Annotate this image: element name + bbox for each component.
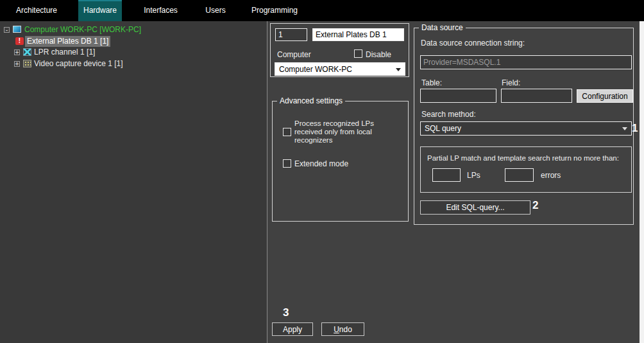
tree-item-label[interactable]: External Plates DB 1 [1] (25, 36, 110, 47)
device-tree-panel: - Computer WORK-PC [WORK-PC] ! External … (0, 21, 267, 343)
computer-select-value: Computer WORK-PC (279, 65, 352, 74)
data-source-groupbox: Data source Data source connection strin… (414, 28, 634, 225)
search-method-value: SQL query (425, 124, 461, 133)
lpr-channel-icon (23, 48, 31, 56)
tree-item-label[interactable]: Video capture device 1 [1] (34, 58, 123, 69)
process-recognized-lps-label: Process recognized LPs received only fro… (294, 119, 397, 145)
top-tab-bar: Architecture Hardware Interfaces Users P… (0, 0, 644, 21)
errors-label: errors (541, 171, 561, 180)
tab-users[interactable]: Users (196, 0, 235, 21)
disable-checkbox[interactable] (354, 49, 362, 58)
advanced-settings-title: Advanced settings (277, 96, 345, 106)
tab-programming[interactable]: Programming (246, 0, 303, 21)
configuration-button[interactable]: Configuration (577, 89, 633, 103)
partial-match-label: Partial LP match and template search ret… (427, 154, 619, 162)
chevron-down-icon (396, 68, 401, 71)
partial-match-groupbox: Partial LP match and template search ret… (420, 146, 632, 193)
connection-string-label: Data source connection string: (421, 39, 525, 48)
computer-select[interactable]: Computer WORK-PC (275, 62, 405, 76)
expand-plus-icon[interactable]: + (14, 49, 20, 55)
annotation-step-1: 1 (632, 122, 638, 135)
annotation-step-3: 3 (283, 306, 289, 319)
search-method-select[interactable]: SQL query (420, 121, 632, 136)
app-window: Architecture Hardware Interfaces Users P… (0, 0, 644, 343)
tree-item-external-plates-db[interactable]: ! External Plates DB 1 [1] (0, 36, 267, 47)
chevron-down-icon (622, 127, 627, 130)
undo-button[interactable]: Undo (321, 322, 364, 336)
field-field[interactable] (501, 89, 572, 103)
vertical-scrollbar[interactable] (640, 21, 644, 343)
expand-plus-icon[interactable]: + (14, 61, 20, 67)
tree-item-label[interactable]: Computer WORK-PC [WORK-PC] (24, 24, 141, 35)
annotation-step-2: 2 (532, 199, 538, 212)
settings-panel: Computer Disable Computer WORK-PC Advanc… (267, 21, 640, 343)
data-source-title: Data source (419, 23, 466, 33)
search-method-label: Search method: (421, 110, 476, 119)
lps-label: LPs (467, 171, 480, 180)
object-name-field[interactable] (312, 28, 404, 41)
tab-architecture[interactable]: Architecture (8, 0, 65, 21)
undo-button-label: Undo (322, 325, 364, 334)
apply-button[interactable]: Apply (272, 322, 313, 336)
errors-limit-field[interactable] (505, 168, 534, 182)
lps-limit-field[interactable] (432, 168, 461, 182)
computer-icon (13, 26, 21, 33)
object-id-field[interactable] (275, 28, 307, 41)
connection-string-field[interactable] (420, 55, 632, 69)
error-icon: ! (15, 37, 24, 45)
table-label: Table: (421, 78, 442, 87)
apply-button-label: Apply (273, 325, 312, 334)
tree-item-video-capture-device[interactable]: + Video capture device 1 [1] (0, 58, 267, 69)
field-label: Field: (502, 78, 520, 87)
disable-label: Disable (366, 50, 391, 59)
tree-item-computer[interactable]: - Computer WORK-PC [WORK-PC] (0, 24, 267, 35)
identity-groupbox: Computer Disable Computer WORK-PC (270, 23, 409, 77)
computer-label: Computer (277, 50, 311, 59)
tab-interfaces[interactable]: Interfaces (137, 0, 185, 21)
collapse-minus-icon[interactable]: - (4, 27, 10, 33)
tree-item-label[interactable]: LPR channel 1 [1] (34, 47, 95, 58)
edit-sql-query-button[interactable]: Edit SQL-query... (420, 200, 530, 215)
process-recognized-lps-checkbox[interactable] (283, 128, 291, 136)
video-capture-icon (23, 60, 31, 67)
table-field[interactable] (420, 89, 496, 103)
tab-hardware[interactable]: Hardware (78, 0, 122, 21)
tree-item-lpr-channel[interactable]: + LPR channel 1 [1] (0, 47, 267, 58)
extended-mode-label: Extended mode (294, 159, 348, 168)
extended-mode-checkbox[interactable] (283, 159, 291, 168)
advanced-settings-groupbox: Advanced settings Process recognized LPs… (272, 101, 409, 222)
